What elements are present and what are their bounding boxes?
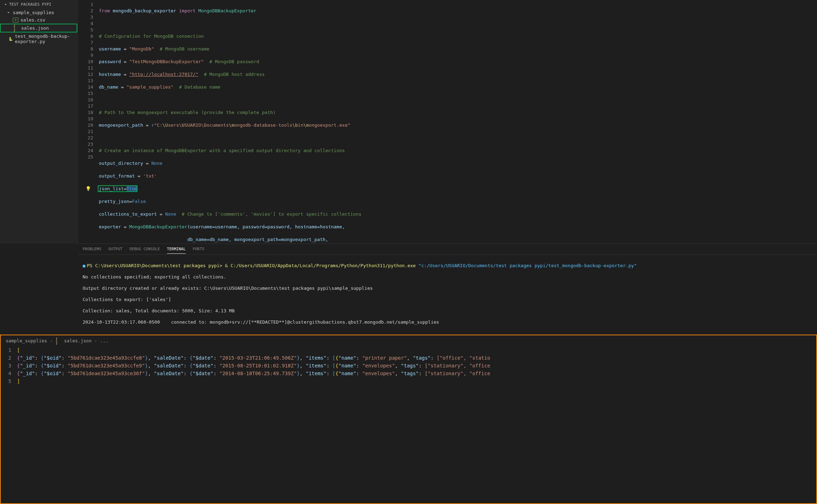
tab-terminal[interactable]: TERMINAL xyxy=(167,247,186,254)
none: None xyxy=(165,211,176,217)
line-number: 15 xyxy=(78,90,93,97)
line-number: 25 xyxy=(78,154,93,160)
breadcrumb-item[interactable]: ... xyxy=(100,338,108,343)
terminal-content[interactable]: PS C:\Users\USUARIO\Documents\test packa… xyxy=(78,254,817,328)
string: "sample_supplies" xyxy=(126,84,173,90)
keyword: from xyxy=(99,8,110,13)
line-number-gutter: 1 2 3 4 5 6 7 8 9 10 11 12 13 14 15 16 1… xyxy=(78,0,99,244)
json-line-gutter: 1 2 3 4 5 xyxy=(1,346,17,385)
line-number: 22 xyxy=(78,135,93,141)
json-code[interactable]: [{"_id": {"$oid": "5bd761dcae323e45a93cc… xyxy=(17,346,816,385)
keyword: import xyxy=(179,8,196,13)
line-number: 16 xyxy=(78,97,93,103)
json-line: {"_id": {"$oid": "5bd761dcae323e45a93ccf… xyxy=(17,362,816,370)
comment: # Change to ['comments', 'movies'] to ex… xyxy=(182,211,362,217)
json-file-icon: { } xyxy=(55,338,61,343)
args: db_name=db_name, mongoexport_path=mongoe… xyxy=(187,237,328,242)
tab-problems[interactable]: PROBLEMS xyxy=(83,247,101,253)
line-number: 23 xyxy=(78,141,93,148)
json-line: ] xyxy=(17,377,816,385)
string: in xyxy=(298,122,304,128)
json-line: {"_id": {"$oid": "5bd761deae323e45a93ce3… xyxy=(17,370,816,377)
escape: \m xyxy=(229,122,234,128)
comment: # Path to the mongoexport executable (pr… xyxy=(99,110,276,115)
line-number: 9 xyxy=(78,52,93,59)
line-number: 18 xyxy=(78,109,93,116)
variable: username xyxy=(99,46,121,52)
python-file-icon: 🐍 xyxy=(8,36,13,41)
variable: pretty_json xyxy=(99,199,129,204)
variable: db_name xyxy=(99,84,118,90)
bool: False xyxy=(132,199,146,204)
class: MongoDBBackupExporter xyxy=(198,8,256,13)
args: (username=username, password=password, h… xyxy=(187,224,345,229)
csv-file-icon: ⊞ xyxy=(13,18,18,23)
sidebar-folder[interactable]: sample_supplies xyxy=(0,9,77,16)
line-number: 3 xyxy=(78,14,93,20)
sidebar-section-header[interactable]: TEST PACKAGES PYPI xyxy=(0,0,77,9)
escape: \m xyxy=(303,122,309,128)
folder-name: sample_supplies xyxy=(13,10,54,15)
sidebar-file-csv[interactable]: ⊞ sales.csv xyxy=(0,16,77,24)
sidebar-file-py[interactable]: 🐍 test_mongodb-backup-exporter.py xyxy=(0,32,77,45)
line-number: 24 xyxy=(78,148,93,154)
terminal-line: No collections specified; exporting all … xyxy=(83,274,812,280)
terminal-exe: C:/Users/USUARIO/AppData/Local/Programs/… xyxy=(231,263,416,268)
chevron-right-icon: › xyxy=(50,338,53,343)
line-number: 4 xyxy=(78,20,93,27)
sidebar-file-json-highlighted[interactable]: { } sales.json xyxy=(0,24,77,32)
code-content[interactable]: from mongodb_backup_exporter import Mong… xyxy=(99,0,817,244)
terminal-cmd: & xyxy=(225,263,228,268)
comment: # Database name xyxy=(179,84,220,90)
variable: output_format xyxy=(99,173,135,179)
chevron-right-icon: › xyxy=(95,338,97,343)
line-number: 5 xyxy=(1,377,11,385)
terminal-status-dot xyxy=(83,265,85,268)
line-number: 11 xyxy=(78,65,93,71)
file-name: sales.csv xyxy=(20,17,45,23)
line-number: 8 xyxy=(78,46,93,52)
line-number: 3 xyxy=(1,362,11,370)
breadcrumb-item[interactable]: sales.json xyxy=(64,338,91,343)
line-number: 1 xyxy=(1,346,11,354)
line-number: 19 xyxy=(78,116,93,122)
comment: # Create an instance of MongoDBExporter … xyxy=(99,148,345,153)
variable: password xyxy=(99,59,121,64)
variable: mongoexport_path xyxy=(99,122,143,128)
line-number: 2 xyxy=(78,8,93,14)
json-editor[interactable]: 1 2 3 4 5 [{"_id": {"$oid": "5bd761dcae3… xyxy=(1,346,816,385)
string: ongoexport.exe" xyxy=(309,122,350,128)
terminal-line: Collection: sales, Total documents: 5000… xyxy=(83,308,812,314)
tab-debug-console[interactable]: DEBUG CONSOLE xyxy=(130,247,160,253)
breadcrumb-item[interactable]: sample_supplies xyxy=(6,338,47,343)
line-number: 6 xyxy=(78,33,93,40)
tab-ports[interactable]: PORTS xyxy=(193,247,204,253)
variable: hostname xyxy=(99,72,121,77)
line-number: 13 xyxy=(78,78,93,84)
comment: # MongoDB host address xyxy=(204,72,264,77)
escape: \b xyxy=(292,122,298,128)
file-name: sales.json xyxy=(21,25,49,31)
variable: output_directory xyxy=(99,161,143,166)
string: sers\ xyxy=(168,122,182,128)
line-number: 10 xyxy=(78,59,93,65)
comment: # Configuration for MongoDB connection xyxy=(99,34,204,39)
terminal-line: Collections to export: ['sales'] xyxy=(83,297,812,302)
string: ongodb-database-tools xyxy=(234,122,292,128)
bottom-panel: PROBLEMS OUTPUT DEBUG CONSOLE TERMINAL P… xyxy=(78,244,817,328)
comment: # MongoDB username xyxy=(160,46,209,52)
variable: exporter xyxy=(99,224,121,229)
line-number: 20 xyxy=(78,122,93,128)
string: "TestMongoDBBackupExporter" xyxy=(129,59,204,64)
terminal-prompt: PS C:\Users\USUARIO\Documents\test packa… xyxy=(87,263,222,268)
none: None xyxy=(151,161,162,166)
chevron-down-icon xyxy=(6,11,11,15)
lightbulb-icon[interactable]: 💡 xyxy=(85,186,91,192)
json-line: {"_id": {"$oid": "5bd761dcae323e45a93ccf… xyxy=(17,354,816,362)
breadcrumb[interactable]: sample_supplies › { } sales.json › ... xyxy=(1,335,816,346)
string: 'txt' xyxy=(143,173,157,179)
tab-output[interactable]: OUTPUT xyxy=(108,247,123,253)
file-name: test_mongodb-backup-exporter.py xyxy=(15,34,74,44)
line-number: 12 xyxy=(78,71,93,78)
explorer-sidebar: TEST PACKAGES PYPI sample_supplies ⊞ sal… xyxy=(0,0,78,244)
